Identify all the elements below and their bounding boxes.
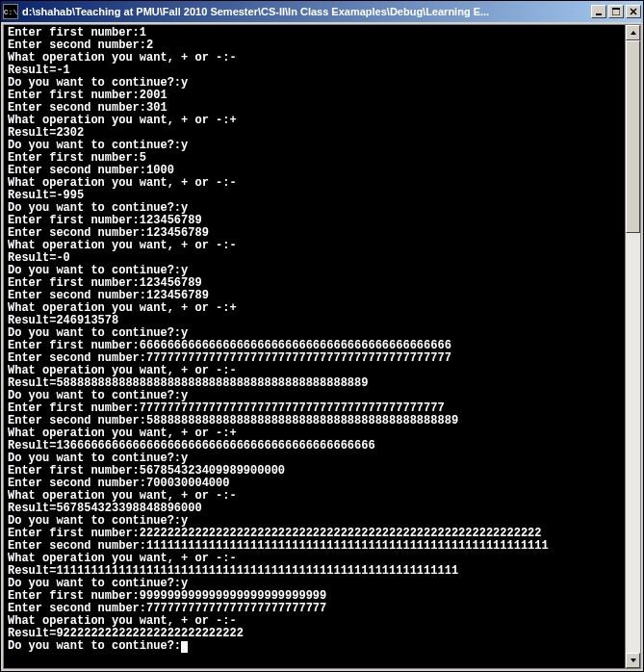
scroll-track[interactable]	[626, 40, 640, 653]
console-line: What operation you want, + or -:+	[8, 115, 621, 127]
scroll-down-button[interactable]	[626, 653, 640, 668]
console-line: What operation you want, + or -:-	[8, 177, 621, 190]
console-area: Enter first number:1Enter second number:…	[3, 24, 641, 669]
window-title: d:\shahab\Teaching at PMU\Fall 2010 Seme…	[22, 6, 591, 17]
scroll-up-button[interactable]	[626, 25, 640, 40]
window-controls	[591, 5, 641, 18]
svg-rect-0	[596, 13, 602, 15]
console-output[interactable]: Enter first number:1Enter second number:…	[4, 25, 625, 668]
maximize-button[interactable]	[608, 5, 624, 18]
console-line: What operation you want, + or -:-	[8, 240, 621, 252]
app-icon[interactable]: C:\	[3, 4, 18, 19]
close-icon	[630, 8, 637, 15]
console-line: Do you want to continue?:	[8, 640, 621, 653]
minimize-icon	[595, 8, 603, 15]
chevron-up-icon	[630, 29, 637, 37]
chevron-down-icon	[630, 657, 637, 664]
console-window: C:\ d:\shahab\Teaching at PMU\Fall 2010 …	[0, 0, 644, 672]
console-line: What operation you want, + or -:-	[8, 52, 621, 65]
titlebar[interactable]: C:\ d:\shahab\Teaching at PMU\Fall 2010 …	[1, 1, 643, 22]
scroll-thumb[interactable]	[626, 40, 640, 233]
close-button[interactable]	[626, 5, 641, 18]
minimize-button[interactable]	[591, 5, 606, 18]
vertical-scrollbar[interactable]	[625, 25, 640, 668]
svg-rect-2	[612, 8, 620, 10]
maximize-icon	[612, 8, 620, 15]
text-cursor	[181, 641, 188, 653]
